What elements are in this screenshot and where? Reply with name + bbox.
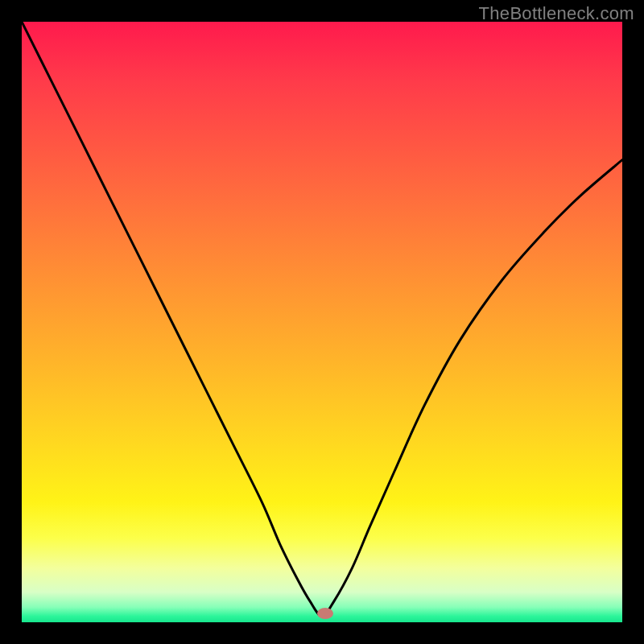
- chart-frame: TheBottleneck.com: [0, 0, 644, 644]
- bottleneck-curve: [22, 22, 622, 622]
- watermark-text: TheBottleneck.com: [479, 3, 634, 24]
- plot-area: [22, 22, 622, 622]
- minimum-marker: [317, 608, 333, 619]
